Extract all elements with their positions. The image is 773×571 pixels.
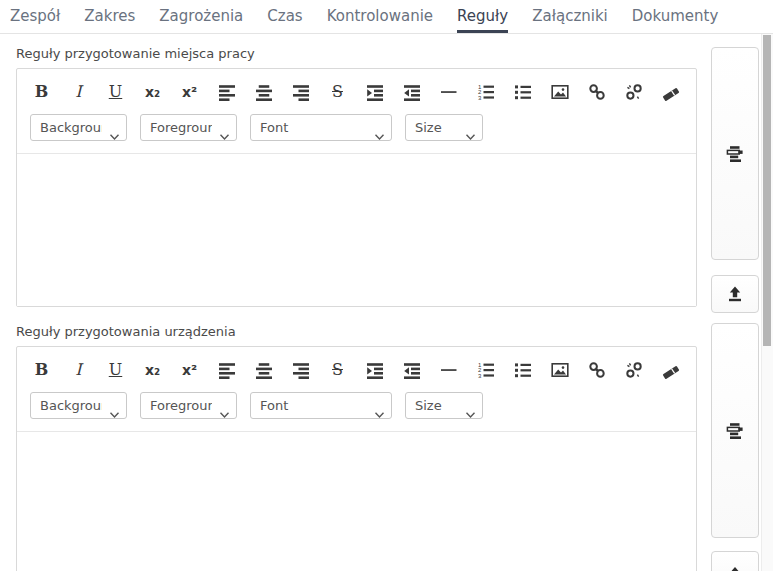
- tab-zagrozenia[interactable]: Zagrożenia: [159, 0, 243, 33]
- upload-button[interactable]: [711, 275, 759, 313]
- paragraph-stack-icon: [725, 144, 745, 164]
- tab-reguly[interactable]: Reguły: [457, 0, 508, 33]
- indent-icon: [366, 83, 384, 101]
- scrollbar[interactable]: [761, 34, 773, 571]
- toolbar-selects-row: Background Foreground Font Size: [17, 389, 696, 431]
- font-size-select[interactable]: Size: [405, 392, 483, 419]
- horizontal-rule-icon: [440, 83, 458, 101]
- editor-toolbar: B I U x₂ x² S 123 Background: [17, 69, 696, 154]
- font-family-select[interactable]: Font: [250, 114, 392, 141]
- editor-toolbar: B I U x₂ x² S 123 Background: [17, 347, 696, 432]
- image-button[interactable]: [548, 358, 571, 382]
- italic-button[interactable]: I: [67, 80, 90, 104]
- align-center-button[interactable]: [252, 358, 275, 382]
- link-button[interactable]: [585, 80, 608, 104]
- bold-button[interactable]: B: [30, 358, 53, 382]
- underline-button[interactable]: U: [104, 80, 127, 104]
- foreground-color-select[interactable]: Foreground: [140, 114, 237, 141]
- horizontal-rule-icon: [440, 361, 458, 379]
- align-left-icon: [218, 83, 236, 101]
- ordered-list-button[interactable]: 123: [474, 80, 497, 104]
- remove-format-icon: [662, 83, 680, 101]
- indent-icon: [366, 361, 384, 379]
- scroll-top-button[interactable]: [711, 551, 759, 571]
- paragraph-stack-icon: [725, 421, 745, 441]
- align-right-button[interactable]: [289, 80, 312, 104]
- strikethrough-button[interactable]: S: [326, 358, 349, 382]
- paragraph-stack-button-bottom[interactable]: [711, 323, 759, 538]
- toolbar-icons-row: B I U x₂ x² S 123: [17, 69, 696, 111]
- align-right-icon: [292, 83, 310, 101]
- indent-button[interactable]: [363, 358, 386, 382]
- align-center-icon: [255, 361, 273, 379]
- tab-bar: Zespół Zakres Zagrożenia Czas Kontrolowa…: [0, 0, 773, 34]
- align-left-button[interactable]: [215, 80, 238, 104]
- rich-text-editor-device: B I U x₂ x² S 123 Background: [16, 346, 697, 571]
- indent-button[interactable]: [363, 80, 386, 104]
- toolbar-icons-row: B I U x₂ x² S 123: [17, 347, 696, 389]
- superscript-button[interactable]: x²: [178, 80, 201, 104]
- scroll-top-icon: [725, 561, 745, 571]
- bold-button[interactable]: B: [30, 80, 53, 104]
- tab-zespol[interactable]: Zespół: [10, 0, 60, 33]
- subscript-button[interactable]: x₂: [141, 358, 164, 382]
- editor-label-workplace: Reguły przygotowanie miejsca pracy: [16, 46, 697, 61]
- remove-format-button[interactable]: [659, 358, 682, 382]
- align-right-button[interactable]: [289, 358, 312, 382]
- tab-kontrolowanie[interactable]: Kontrolowanie: [327, 0, 433, 33]
- font-size-select[interactable]: Size: [405, 114, 483, 141]
- unlink-icon: [625, 83, 643, 101]
- link-icon: [588, 83, 606, 101]
- tab-zalaczniki[interactable]: Załączniki: [532, 0, 608, 33]
- image-icon: [551, 83, 569, 101]
- upload-icon: [725, 284, 745, 304]
- remove-format-icon: [662, 361, 680, 379]
- tab-czas[interactable]: Czas: [267, 0, 302, 33]
- tab-dokumenty[interactable]: Dokumenty: [632, 0, 719, 33]
- rich-text-editor-workplace: B I U x₂ x² S 123 Background: [16, 68, 697, 307]
- subscript-button[interactable]: x₂: [141, 80, 164, 104]
- align-left-button[interactable]: [215, 358, 238, 382]
- unlink-icon: [625, 361, 643, 379]
- horizontal-rule-button[interactable]: [437, 358, 460, 382]
- unordered-list-button[interactable]: [511, 80, 534, 104]
- foreground-color-select[interactable]: Foreground: [140, 392, 237, 419]
- editor-label-device: Reguły przygotowania urządzenia: [16, 324, 697, 339]
- image-icon: [551, 361, 569, 379]
- outdent-button[interactable]: [400, 80, 423, 104]
- editor-content-area-workplace[interactable]: [17, 154, 696, 306]
- outdent-icon: [403, 361, 421, 379]
- tab-zakres[interactable]: Zakres: [84, 0, 135, 33]
- underline-button[interactable]: U: [104, 358, 127, 382]
- background-color-select[interactable]: Background: [30, 392, 127, 419]
- unordered-list-button[interactable]: [511, 358, 534, 382]
- toolbar-selects-row: Background Foreground Font Size: [17, 111, 696, 153]
- svg-text:3: 3: [478, 95, 482, 101]
- remove-format-button[interactable]: [659, 80, 682, 104]
- background-color-select[interactable]: Background: [30, 114, 127, 141]
- font-family-select[interactable]: Font: [250, 392, 392, 419]
- align-center-button[interactable]: [252, 80, 275, 104]
- align-right-icon: [292, 361, 310, 379]
- align-left-icon: [218, 361, 236, 379]
- editors-column: Reguły przygotowanie miejsca pracy B I U…: [16, 34, 697, 571]
- ordered-list-button[interactable]: 123: [474, 358, 497, 382]
- editor-content-area-device[interactable]: [17, 432, 696, 571]
- unordered-list-icon: [514, 83, 532, 101]
- link-icon: [588, 361, 606, 379]
- ordered-list-icon: 123: [477, 83, 495, 101]
- align-center-icon: [255, 83, 273, 101]
- paragraph-stack-button-top[interactable]: [711, 47, 759, 260]
- strikethrough-button[interactable]: S: [326, 80, 349, 104]
- unordered-list-icon: [514, 361, 532, 379]
- ordered-list-icon: 123: [477, 361, 495, 379]
- unlink-button[interactable]: [622, 80, 645, 104]
- outdent-button[interactable]: [400, 358, 423, 382]
- image-button[interactable]: [548, 80, 571, 104]
- superscript-button[interactable]: x²: [178, 358, 201, 382]
- italic-button[interactable]: I: [67, 358, 90, 382]
- unlink-button[interactable]: [622, 358, 645, 382]
- link-button[interactable]: [585, 358, 608, 382]
- scrollbar-thumb[interactable]: [763, 35, 771, 346]
- horizontal-rule-button[interactable]: [437, 80, 460, 104]
